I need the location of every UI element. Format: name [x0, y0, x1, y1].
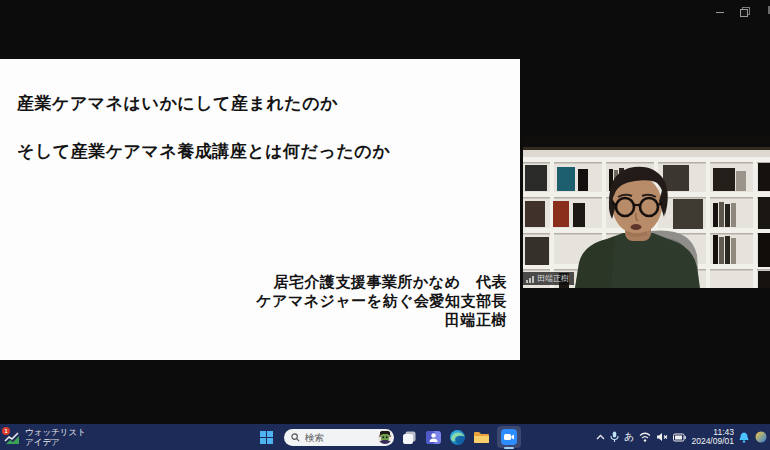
- widgets-badge: 1: [2, 427, 10, 435]
- taskbar-center: [255, 425, 521, 449]
- tray-battery[interactable]: [673, 427, 686, 447]
- tray-microphone[interactable]: [610, 427, 619, 447]
- chevron-up-icon: [596, 434, 605, 440]
- search-icon: [291, 433, 300, 442]
- webcam-video-frame: [523, 135, 770, 288]
- stock-widget-icon: 1: [4, 429, 20, 445]
- slide-credit-line2: ケアマネジャーを紡ぐ会愛知支部長: [256, 291, 507, 310]
- edge-browser-button[interactable]: [449, 426, 466, 448]
- shared-screen: 産業ケアマネはいかにして産まれたのか そして産業ケアマネ養成講座とは何だったのか…: [0, 0, 770, 450]
- tray-wifi[interactable]: [639, 427, 651, 447]
- slide-title-line2: そして産業ケアマネ養成講座とは何だったのか: [17, 140, 390, 163]
- clock-date: 2024/09/01: [691, 437, 734, 447]
- file-explorer-button[interactable]: [473, 426, 490, 448]
- minimize-icon[interactable]: [716, 7, 725, 16]
- task-view-button[interactable]: [401, 426, 418, 448]
- tray-overflow-button[interactable]: [596, 427, 605, 447]
- search-input[interactable]: [305, 432, 373, 443]
- tray-clock[interactable]: 11:43 2024/09/01: [691, 427, 734, 447]
- widgets-line2: アイデア: [25, 437, 86, 447]
- search-highlight-avatar-icon: [378, 430, 392, 444]
- participant-video-tile[interactable]: 田端正樹: [523, 135, 770, 288]
- zoom-app-button-active[interactable]: [497, 426, 521, 448]
- slide-credit-line1: 居宅介護支援事業所かなめ 代表: [256, 272, 507, 291]
- participant-name-tag: 田端正樹: [523, 272, 574, 285]
- zoom-icon: [501, 429, 517, 445]
- windows-logo-icon: [260, 431, 273, 444]
- presentation-slide: 産業ケアマネはいかにして産まれたのか そして産業ケアマネ養成講座とは何だったのか…: [0, 59, 520, 360]
- task-view-icon: [401, 429, 418, 446]
- wifi-icon: [639, 432, 651, 442]
- connection-signal-icon: [526, 275, 534, 283]
- notification-bell-icon: [739, 432, 749, 443]
- tray-ime-indicator[interactable]: あ: [624, 427, 634, 447]
- notification-center-button[interactable]: [739, 427, 749, 447]
- system-tray: あ: [596, 424, 770, 450]
- speaker-muted-icon: [656, 432, 668, 442]
- teams-app-button[interactable]: [425, 426, 442, 448]
- taskbar-search-box[interactable]: [284, 429, 394, 446]
- microphone-icon: [610, 431, 619, 443]
- restore-down-icon[interactable]: [740, 7, 749, 16]
- start-button[interactable]: [255, 426, 277, 448]
- slide-credit-line3: 田端正樹: [256, 310, 507, 329]
- battery-icon: [673, 433, 686, 442]
- teams-icon: [425, 429, 442, 446]
- window-controls: [716, 4, 770, 18]
- desktop-peek-corner-icon[interactable]: [755, 427, 767, 447]
- tray-speaker[interactable]: [656, 427, 668, 447]
- edge-icon: [449, 429, 466, 446]
- participant-name: 田端正樹: [537, 272, 569, 285]
- slide-title-line1: 産業ケアマネはいかにして産まれたのか: [17, 92, 338, 115]
- taskbar-widgets-button[interactable]: 1 ウォッチリスト アイデア: [4, 426, 86, 448]
- widgets-text: ウォッチリスト アイデア: [25, 427, 86, 447]
- slide-credit-block: 居宅介護支援事業所かなめ 代表 ケアマネジャーを紡ぐ会愛知支部長 田端正樹: [256, 272, 507, 329]
- widgets-line1: ウォッチリスト: [25, 427, 86, 437]
- folder-icon: [473, 429, 490, 446]
- taskbar: 1 ウォッチリスト アイデア: [0, 424, 770, 450]
